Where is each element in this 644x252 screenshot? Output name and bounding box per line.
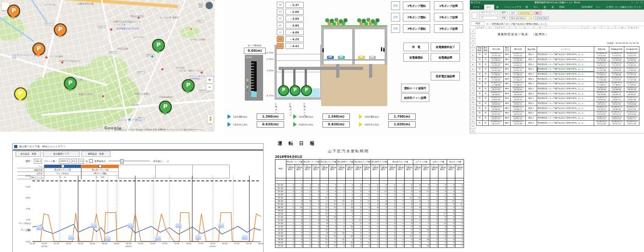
- cell[interactable]: 2018/03/13 19:10:35: [609, 101, 624, 106]
- cell[interactable]: 2018/03/13 19:10:12: [594, 101, 609, 106]
- zoom-out-button[interactable]: −: [206, 84, 213, 91]
- cell[interactable]: 2018/03/13 19:36:44: [609, 106, 624, 111]
- cell[interactable]: 雨水ポ: [526, 116, 537, 121]
- cell[interactable]: 2018/03/13 19:53:01: [511, 111, 526, 116]
- cell[interactable]: 済: [483, 53, 489, 58]
- cell[interactable]: 復旧: [504, 77, 511, 82]
- auto-mode-lamp[interactable]: 自動: [391, 13, 400, 21]
- cell[interactable]: 2018/03/13 17:48:27: [511, 81, 526, 86]
- table-header[interactable]: 復旧状況: [504, 47, 511, 53]
- cell[interactable]: 2018/03/13 17:49:07: [624, 81, 639, 86]
- cell[interactable]: 2018/03/13 14:35:51: [609, 62, 624, 67]
- cell[interactable]: 2018/03/13 14:35:22: [594, 62, 609, 67]
- column-header[interactable]: E: [500, 26, 504, 29]
- cell[interactable]: 2018/03/13 17:02:48: [594, 67, 609, 72]
- cell[interactable]: 済: [483, 96, 489, 101]
- cell[interactable]: 西区雨水第二ポンプ場で高水位の警報を検知しました。: [537, 101, 594, 106]
- baseline-checkbox[interactable]: [89, 159, 93, 163]
- cell[interactable]: 復旧: [504, 81, 511, 86]
- cell[interactable]: 復旧: [504, 116, 511, 121]
- row-number[interactable]: 13: [470, 86, 475, 90]
- cell[interactable]: 2018/03/13 17:47:28: [624, 77, 639, 82]
- series-checkbox[interactable]: [61, 165, 64, 168]
- cell-style-chip[interactable]: 悪い: [534, 11, 541, 15]
- pump-marker[interactable]: P: [182, 79, 195, 92]
- cell[interactable]: 2018/03/13 17:03:28: [609, 67, 624, 72]
- pump-marker[interactable]: P: [152, 39, 165, 52]
- cell[interactable]: 2018/03/13 20:14:49: [511, 121, 526, 126]
- trend-plot[interactable]: [32, 176, 261, 242]
- table-header[interactable]: 復旧確認: [483, 47, 489, 53]
- table-header[interactable]: 状況確認日時: [624, 47, 639, 53]
- cell[interactable]: 済: [477, 91, 483, 97]
- cell[interactable]: 西区雨水第二ポンプ場で高水位の警報を検知しました。: [537, 67, 594, 72]
- cell[interactable]: 済: [477, 62, 483, 67]
- cell[interactable]: 雨水ポ: [526, 57, 537, 62]
- cell[interactable]: 雨水ポ: [526, 86, 537, 91]
- window-buttons[interactable]: — ▢ ✕: [631, 0, 644, 5]
- cell[interactable]: 2018/03/13 20:01:32: [511, 116, 526, 121]
- row-number[interactable]: 2: [470, 33, 475, 38]
- ribbon-tab[interactable]: ホーム: [484, 5, 494, 10]
- cell-style-chip[interactable]: メモ: [526, 16, 534, 20]
- pump-run-lamp[interactable]: 2号ポンプ運転: [403, 13, 430, 21]
- row-number[interactable]: 9: [470, 67, 475, 71]
- cell[interactable]: 2018/03/13 18:38:24: [511, 86, 526, 91]
- pump-marker[interactable]: P: [14, 87, 27, 100]
- paste-icon[interactable]: [472, 12, 477, 19]
- trend-titlebar[interactable]: 西山第一ポンプ場 Webトレンドグラフ: [13, 144, 263, 150]
- cell[interactable]: 復旧: [504, 121, 511, 126]
- row-number[interactable]: 19: [470, 114, 475, 118]
- cell[interactable]: 復旧: [504, 72, 511, 77]
- cell[interactable]: 済: [477, 53, 483, 58]
- table-header[interactable]: メッセージ: [537, 47, 594, 53]
- row-number[interactable]: 1: [470, 29, 475, 33]
- cell[interactable]: 2018/03/13 19:10:11: [511, 101, 526, 106]
- cell[interactable]: 2018/03/13 13:31:51: [511, 53, 526, 58]
- row-number[interactable]: 8: [470, 62, 475, 67]
- column-header[interactable]: A: [475, 26, 480, 29]
- column-header[interactable]: I: [546, 26, 582, 29]
- cell[interactable]: 2018/03/13 20:15:30: [624, 121, 639, 126]
- cell[interactable]: 2018/03/13 13:38:52: [489, 57, 504, 62]
- cell[interactable]: 復旧: [504, 101, 511, 106]
- cell[interactable]: 2018/03/13 17:46:01: [489, 72, 504, 77]
- cell[interactable]: 済: [483, 106, 489, 111]
- cell[interactable]: 2018/03/13 18:49:41: [624, 91, 639, 97]
- cell[interactable]: 済: [483, 72, 489, 77]
- cell[interactable]: 2018/03/13 17:46:25: [594, 72, 609, 77]
- cell[interactable]: 雨水ポ: [526, 91, 537, 97]
- cell[interactable]: 復旧: [504, 62, 511, 67]
- table-header[interactable]: 発生日時: [489, 47, 504, 53]
- ribbon-tab[interactable]: データ: [532, 5, 542, 10]
- column-header[interactable]: D: [496, 26, 500, 29]
- cell[interactable]: 復旧: [504, 53, 511, 58]
- row-number[interactable]: 12: [470, 81, 475, 86]
- cell[interactable]: 2018/03/13 20:01:13: [489, 116, 504, 121]
- cell-style-chip[interactable]: どちらでも...: [518, 11, 533, 15]
- row-number[interactable]: 16: [470, 100, 475, 104]
- cell[interactable]: 済: [477, 96, 483, 101]
- alarm-tile[interactable]: 運転モード遠隔可: [401, 84, 429, 92]
- cell[interactable]: 西区雨水第二ポンプ場で高水位の警報を検知しました。: [537, 72, 594, 77]
- ribbon-tab[interactable]: 校閲: [542, 5, 549, 10]
- row-number[interactable]: 18: [470, 109, 475, 114]
- cell[interactable]: 2018/03/13 19:53:02: [594, 111, 609, 116]
- column-header[interactable]: H: [534, 26, 546, 29]
- cell[interactable]: 西区雨水第二ポンプ場で高水位の警報を検知しました。: [537, 81, 594, 86]
- cell[interactable]: 西区雨水第二ポンプ場で高水位の警報を検知しました。: [537, 62, 594, 67]
- alarm-tile[interactable]: 発電機燃料低下: [431, 43, 460, 51]
- cell[interactable]: 雨水ポ: [526, 53, 537, 58]
- cell[interactable]: 2018/03/13 19:36:02: [489, 106, 504, 111]
- cell[interactable]: 2018/03/13 20:02:11: [624, 116, 639, 121]
- column-header[interactable]: B: [480, 26, 484, 29]
- cell[interactable]: 2018/03/13 13:31:51: [594, 53, 609, 58]
- cell[interactable]: 復旧: [504, 96, 511, 101]
- cell[interactable]: 済: [477, 121, 483, 126]
- row-number[interactable]: 10: [470, 71, 475, 76]
- cell[interactable]: 復旧: [504, 111, 511, 116]
- cell[interactable]: 済: [477, 111, 483, 116]
- row-number[interactable]: 14: [470, 91, 475, 95]
- cell[interactable]: 2018/03/13 20:15:12: [609, 121, 624, 126]
- cell[interactable]: 済: [483, 81, 489, 86]
